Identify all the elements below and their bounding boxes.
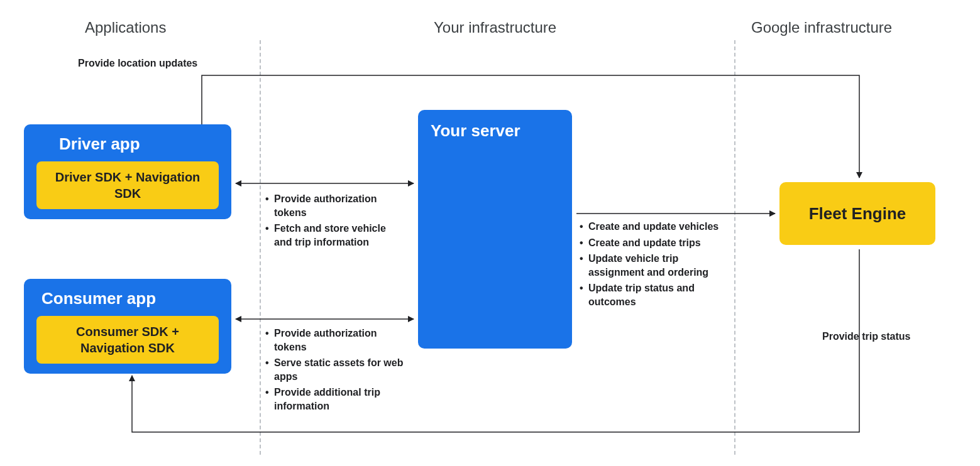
arrow-fleet-to-consumer xyxy=(132,249,859,432)
arrow-driver-to-fleet xyxy=(202,75,859,178)
connectors-svg xyxy=(0,0,980,466)
